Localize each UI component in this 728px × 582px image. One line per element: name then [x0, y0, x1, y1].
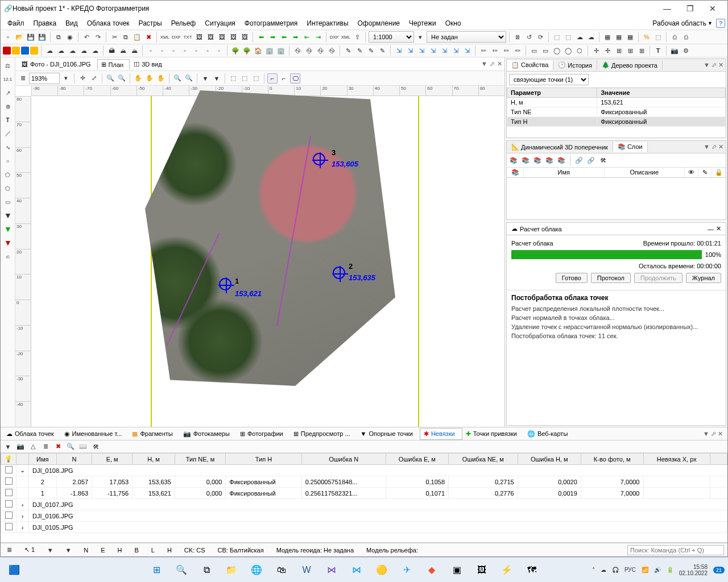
cloud3-icon[interactable]: ☁ [67, 45, 77, 56]
tool-j-icon[interactable]: ▦ [625, 32, 635, 42]
pen2-icon[interactable]: ✏ [490, 45, 500, 56]
plan-viewport[interactable]: -90-80-70-60-50-40-30-20-100102030405060… [15, 86, 504, 427]
tool-n-icon[interactable]: ⎙ [681, 32, 691, 42]
datagrid[interactable]: 💡 ИмяNE, мH, мТип NE, мТип HОшибка NОшиб… [1, 453, 727, 542]
side-line-icon[interactable]: ／ [2, 128, 14, 139]
arrow-l-icon[interactable]: ⬅ [256, 32, 266, 42]
tb-terminal-icon[interactable]: ▣ [446, 561, 468, 579]
tab-undock-icon[interactable]: ⬀ [490, 60, 495, 68]
close-button[interactable]: ✕ [701, 2, 724, 15]
blue-sq-icon[interactable] [21, 47, 29, 55]
btabs-undock-icon[interactable]: ⬀ [711, 430, 716, 438]
tray-clock[interactable]: 15:58 02.10.2022 [679, 564, 708, 576]
tray-cloud-icon[interactable]: ☁ [601, 567, 606, 573]
tool-o1-icon[interactable]: ◦ [146, 45, 156, 56]
side-down2-icon[interactable]: ⯆ [2, 223, 14, 235]
menu-drawings[interactable]: Чертежи [404, 18, 441, 28]
red-sq-icon[interactable] [3, 47, 11, 55]
side-ne-icon[interactable]: ↗ [2, 87, 14, 98]
pen1-icon[interactable]: ✏ [478, 45, 489, 56]
vt-corner2-icon[interactable]: ⌐ [279, 73, 289, 84]
layer-dn-icon[interactable]: 📚 [544, 155, 555, 165]
btabs-dd-icon[interactable]: ▼ [703, 430, 709, 438]
layer-tool-icon[interactable]: 🛠 [598, 155, 608, 165]
ann2-icon[interactable]: ✢ [602, 45, 613, 56]
tab-dyn3d[interactable]: 📐 Динамический 3D поперечник [507, 142, 613, 152]
side-down1-icon[interactable]: ⯆ [2, 210, 14, 221]
vt-layers-icon[interactable]: ≣ [18, 73, 28, 84]
vt-sel3-icon[interactable]: ⬚ [251, 73, 261, 84]
vt-filter2-icon[interactable]: ▼ [212, 73, 222, 84]
scale-combo[interactable]: 1:1000 [369, 31, 414, 43]
sb-layers-icon[interactable]: ≣ [4, 545, 14, 555]
btab-photos[interactable]: ⊞ Фотографии [237, 429, 290, 439]
road1-icon[interactable]: ⛗ [292, 45, 303, 56]
tool-o2-icon[interactable]: ◦ [157, 45, 167, 56]
tb-store-icon[interactable]: 🛍 [271, 561, 292, 579]
side-last-icon[interactable]: ⎌ [2, 251, 14, 262]
panel-dd-icon[interactable]: ▼ [704, 61, 710, 69]
tb-git-icon[interactable]: ◆ [421, 561, 442, 579]
side-curve-icon[interactable]: ∿ [2, 142, 14, 153]
mode-combo[interactable]: Не задан [427, 31, 506, 43]
align5-icon[interactable]: ⇲ [439, 45, 449, 56]
dg-book-icon[interactable]: 📖 [78, 442, 88, 452]
align3-icon[interactable]: ⇲ [416, 45, 427, 56]
menu-interactive[interactable]: Интерактивы [302, 18, 353, 28]
cut-icon[interactable]: ✂ [109, 32, 119, 42]
tb-edge-icon[interactable]: 🌐 [246, 561, 267, 579]
btab-control[interactable]: ▼ Опорные точки [357, 429, 420, 439]
bld1-icon[interactable]: 🏠 [253, 45, 263, 56]
layer-b-icon[interactable]: 🔗 [574, 155, 584, 165]
dxf-icon[interactable]: DXF [171, 32, 181, 42]
gear-icon[interactable]: ⚙ [681, 45, 691, 56]
menu-file[interactable]: Файл [3, 18, 29, 28]
cloud5-icon[interactable]: ☁ [90, 45, 100, 56]
side-rect-icon[interactable]: ▭ [2, 196, 14, 207]
ann5-icon[interactable]: ⊞ [636, 45, 647, 56]
side-text-icon[interactable]: T [2, 114, 14, 126]
sb-cursor-icon[interactable]: ↖ 1 [22, 546, 37, 554]
txt-icon[interactable]: TXT [183, 32, 193, 42]
tool-o4-icon[interactable]: ◦ [180, 45, 190, 56]
tb-search-icon[interactable]: 🔍 [171, 561, 192, 579]
tab-close-icon[interactable]: ✕ [497, 60, 502, 68]
tab-project-tree[interactable]: 🌲 Дерево проекта [597, 60, 663, 70]
vt-next-icon[interactable]: 🔍 [184, 73, 194, 84]
tool-b-icon[interactable]: ↺ [524, 32, 534, 42]
saveas-icon[interactable]: 💾 [37, 32, 47, 42]
shape2-icon[interactable]: ▭ [540, 45, 551, 56]
panel-undock-icon[interactable]: ⬀ [712, 61, 717, 69]
tb-chrome-icon[interactable]: 🟡 [371, 561, 392, 579]
xml-icon[interactable]: XML [160, 32, 170, 42]
menu-window[interactable]: Окно [441, 18, 466, 28]
save-icon[interactable]: 💾 [26, 32, 36, 42]
cloud4-icon[interactable]: ☁ [78, 45, 89, 56]
dg-find-icon[interactable]: 🔍 [65, 442, 76, 452]
zoom-input[interactable] [29, 73, 60, 84]
tool-o3-icon[interactable]: ◦ [168, 45, 179, 56]
open-icon[interactable]: 📂 [14, 32, 24, 42]
cloud1-icon[interactable]: ☁ [44, 45, 55, 56]
menu-rasters[interactable]: Растры [134, 18, 167, 28]
btn-journal[interactable]: Журнал [686, 273, 721, 283]
chevron-down-icon[interactable]: ▼ [708, 20, 713, 26]
tray-vol-icon[interactable]: 🔊 [654, 567, 661, 573]
import3-icon[interactable]: 🖼 [217, 32, 227, 42]
tray-notif-badge[interactable]: 21 [713, 567, 725, 573]
tab-plan[interactable]: ⊞План [97, 59, 130, 70]
ann3-icon[interactable]: ⊞ [614, 45, 624, 56]
tb-vscode-icon[interactable]: ⋈ [346, 561, 367, 579]
vt-filter-icon[interactable]: ▼ [200, 73, 210, 84]
shape4-icon[interactable]: ◯ [563, 45, 573, 56]
tb-app1-icon[interactable]: ⚡ [496, 561, 518, 579]
tab-3d[interactable]: ◫3D вид [130, 59, 168, 69]
vt-corner-icon[interactable]: ⌐ [267, 73, 278, 84]
vt-hand2-icon[interactable]: ✋ [144, 73, 155, 84]
shape5-icon[interactable]: ⬡ [574, 45, 585, 56]
yel2-sq-icon[interactable] [30, 47, 38, 55]
delete-icon[interactable]: ✖ [143, 32, 154, 42]
dxf2-icon[interactable]: DXF [329, 32, 340, 42]
tool-h-icon[interactable]: ▦ [602, 32, 613, 42]
tray-lang[interactable]: РУС [624, 567, 636, 573]
